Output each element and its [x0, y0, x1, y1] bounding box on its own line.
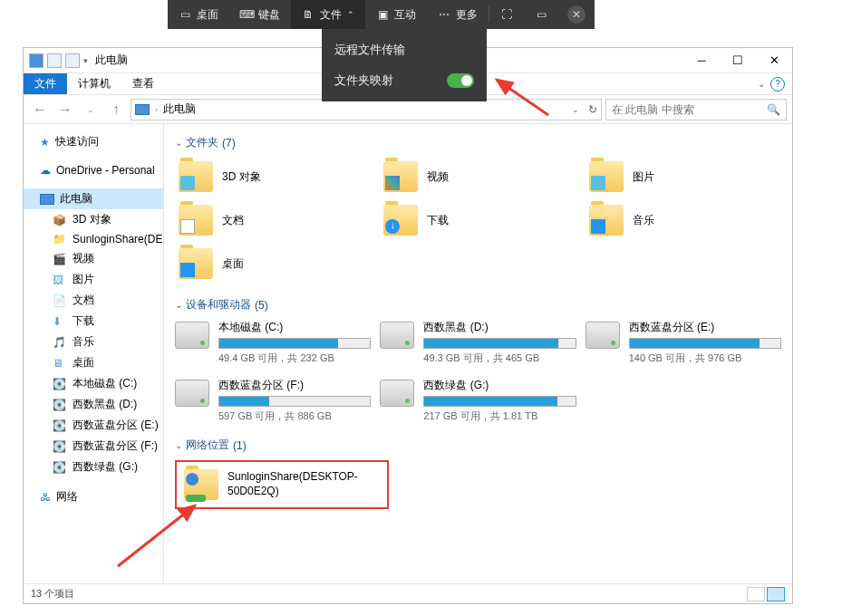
maximize-button[interactable]: ☐: [720, 48, 756, 73]
section-network-header[interactable]: ⌄ 网络位置 (1): [175, 438, 781, 453]
sidebar-item[interactable]: 💽本地磁盘 (C:): [24, 373, 163, 394]
refresh-icon[interactable]: ↻: [588, 103, 597, 116]
rt-file[interactable]: 🗎 文件 ⌃: [291, 0, 365, 29]
sidebar-this-pc[interactable]: 此电脑: [24, 188, 163, 209]
folder-mapping-toggle[interactable]: [447, 73, 474, 88]
remote-toolbar: ▭ 桌面 ⌨ 键盘 🗎 文件 ⌃ ▣ 互动 ⋯ 更多 ⛶ ▭ ✕: [168, 0, 595, 29]
rt-close[interactable]: ✕: [567, 5, 586, 24]
folder-item[interactable]: 文档: [175, 201, 371, 239]
sidebar-item-label: 视频: [73, 251, 94, 266]
drive-item[interactable]: 本地磁盘 (C:) 49.4 GB 可用，共 232 GB: [175, 320, 371, 365]
nav-up[interactable]: ↑: [105, 99, 127, 120]
section-drives-header[interactable]: ⌄ 设备和驱动器 (5): [175, 297, 781, 313]
tab-computer[interactable]: 计算机: [67, 73, 121, 94]
nav-back[interactable]: ←: [29, 99, 51, 120]
nav-forward[interactable]: →: [54, 99, 76, 120]
rt-more[interactable]: ⋯ 更多: [427, 0, 489, 29]
view-large-icons-button[interactable]: [767, 587, 785, 602]
search-icon[interactable]: 🔍: [767, 103, 780, 116]
sidebar-item[interactable]: 💽西数绿盘 (G:): [24, 457, 163, 477]
minimize-button[interactable]: ─: [683, 48, 720, 73]
drive-item[interactable]: 西数绿盘 (G:) 217 GB 可用，共 1.81 TB: [380, 378, 576, 423]
sidebar-item[interactable]: 🖥桌面: [24, 352, 163, 373]
sidebar-quick-access[interactable]: ★ 快速访问: [24, 131, 163, 152]
close-button[interactable]: ✕: [756, 48, 792, 73]
file-icon: 🗎: [302, 8, 315, 21]
folder-item[interactable]: 桌面: [175, 245, 371, 283]
network-location-item[interactable]: SunloginShare(DESKTOP-50D0E2Q): [175, 460, 389, 509]
sidebar-item[interactable]: 🎵音乐: [24, 332, 163, 352]
view-details-button[interactable]: [747, 587, 765, 602]
sidebar-label: OneDrive - Personal: [56, 164, 155, 177]
folder-icon: [179, 205, 213, 236]
sidebar-item-label: 西数蓝盘分区 (E:): [73, 418, 159, 433]
sidebar-item[interactable]: 🖼图片: [24, 269, 163, 290]
tab-view[interactable]: 查看: [121, 73, 165, 94]
folder-item[interactable]: 音乐: [586, 201, 781, 239]
sidebar: ★ 快速访问 ☁ OneDrive - Personal 此电脑 📦3D 对象📁…: [24, 124, 164, 583]
rt-desktop[interactable]: ▭ 桌面: [168, 0, 229, 29]
folder-item[interactable]: ↓下载: [380, 201, 576, 239]
item-icon: 📄: [53, 294, 67, 307]
qat-icon[interactable]: [65, 53, 80, 68]
breadcrumb[interactable]: 此电脑: [163, 101, 196, 117]
sidebar-item[interactable]: 🎬视频: [24, 248, 163, 269]
folder-item[interactable]: 3D 对象: [175, 158, 371, 196]
item-icon: 💽: [53, 461, 67, 474]
dd-folder-mapping[interactable]: 文件夹映射: [322, 65, 487, 96]
sidebar-label: 网络: [56, 489, 78, 505]
sidebar-network[interactable]: 🖧 网络: [24, 486, 163, 507]
network-icon: 🖧: [40, 491, 51, 504]
rt-screen[interactable]: ▭: [524, 0, 558, 29]
view-toggles: [747, 587, 785, 602]
star-icon: ★: [40, 136, 50, 149]
nav-recent[interactable]: ⌄: [80, 99, 102, 120]
section-count: (1): [233, 439, 247, 452]
folder-label: 下载: [427, 213, 449, 228]
chevron-down-icon: ⌄: [175, 440, 182, 450]
desktop-icon: ▭: [179, 8, 191, 21]
sidebar-item[interactable]: 📦3D 对象: [24, 209, 163, 230]
sidebar-onedrive[interactable]: ☁ OneDrive - Personal: [24, 161, 163, 179]
drive-name: 西数蓝盘分区 (E:): [629, 320, 781, 335]
drive-capacity-bar: [629, 338, 781, 349]
sidebar-item[interactable]: 💽西数蓝盘分区 (E:): [24, 415, 163, 436]
folder-item[interactable]: 视频: [380, 158, 576, 196]
dd-remote-transfer[interactable]: 远程文件传输: [322, 34, 487, 65]
drive-item[interactable]: 西数蓝盘分区 (E:) 140 GB 可用，共 976 GB: [586, 320, 781, 365]
rt-keyboard[interactable]: ⌨ 键盘: [229, 0, 291, 29]
drive-item[interactable]: 西数黑盘 (D:) 49.3 GB 可用，共 465 GB: [380, 320, 576, 365]
qat-dropdown-icon[interactable]: ▾: [83, 56, 88, 65]
tab-file[interactable]: 文件: [24, 73, 67, 94]
rt-label: 键盘: [258, 7, 280, 23]
drive-capacity-bar: [423, 396, 576, 407]
pc-icon: [40, 194, 54, 205]
address-box[interactable]: › 此电脑 ⌄ ↻: [131, 99, 602, 120]
sidebar-item[interactable]: 💽西数黑盘 (D:): [24, 394, 163, 415]
help-icon[interactable]: ?: [770, 77, 785, 91]
search-box[interactable]: 🔍: [605, 99, 787, 120]
sidebar-item[interactable]: 📁SunloginShare(DESK: [24, 230, 163, 248]
search-input[interactable]: [612, 103, 767, 116]
explorer-window: ▾ 此电脑 ─ ☐ ✕ 文件 计算机 查看 ⌄ ? ← → ⌄ ↑ › 此电脑 …: [23, 47, 793, 604]
item-icon: 🎬: [53, 253, 67, 265]
sidebar-item[interactable]: 📄文档: [24, 290, 163, 311]
chevron-down-icon[interactable]: ⌄: [758, 79, 765, 89]
qat-icon[interactable]: [47, 53, 62, 68]
rt-interact[interactable]: ▣ 互动: [365, 0, 427, 29]
rt-fullscreen[interactable]: ⛶: [489, 0, 524, 29]
chevron-down-icon[interactable]: ⌄: [572, 105, 579, 114]
sidebar-item-label: 音乐: [73, 334, 94, 350]
item-icon: 🎵: [53, 336, 67, 349]
drive-text: 217 GB 可用，共 1.81 TB: [423, 409, 576, 423]
folder-item[interactable]: 图片: [586, 158, 781, 196]
screen-icon: ▭: [535, 8, 547, 21]
drive-icon: [380, 322, 414, 349]
section-folders-header[interactable]: ⌄ 文件夹 (7): [175, 135, 781, 150]
folder-label: 文档: [222, 213, 244, 228]
qat-icon[interactable]: [29, 53, 44, 68]
sidebar-item-label: 图片: [73, 272, 94, 287]
drive-item[interactable]: 西数蓝盘分区 (F:) 597 GB 可用，共 886 GB: [175, 378, 371, 423]
sidebar-item[interactable]: 💽西数蓝盘分区 (F:): [24, 436, 163, 457]
sidebar-item[interactable]: ⬇下载: [24, 311, 163, 332]
